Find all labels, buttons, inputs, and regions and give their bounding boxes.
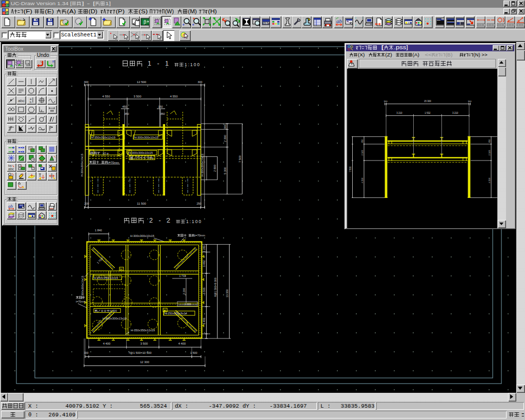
- svg-text:2 320: 2 320: [361, 150, 364, 155]
- svg-text:φ: φ: [107, 152, 109, 155]
- svg-text:U: U: [41, 60, 43, 63]
- svg-text:2 320: 2 320: [488, 150, 491, 155]
- svg-text:<<: <<: [425, 53, 432, 57]
- svg-text:2 000: 2 000: [185, 303, 191, 306]
- svg-text:2 - 2: 2 - 2: [149, 217, 172, 224]
- svg-text:1 532: 1 532: [425, 112, 431, 114]
- svg-text:300: 300: [468, 100, 472, 103]
- svg-text:b: b: [30, 101, 32, 104]
- svg-text:3 493: 3 493: [203, 317, 206, 324]
- svg-text:300: 300: [384, 100, 388, 103]
- svg-text:2 800: 2 800: [213, 165, 216, 172]
- svg-text:1 - 1: 1 - 1: [148, 60, 171, 67]
- svg-text:1 263: 1 263: [203, 245, 206, 252]
- svg-text:3 500: 3 500: [140, 342, 148, 345]
- svg-text:H-350x350x12x19: H-350x350x12x19: [91, 136, 115, 139]
- svg-text:4 150: 4 150: [488, 177, 491, 183]
- svg-text:t=70mm: t=70mm: [195, 234, 205, 237]
- svg-text:200: 200: [84, 202, 89, 205]
- svg-text:1 750: 1 750: [96, 257, 104, 265]
- svg-text:H-300x300x10x15: H-300x300x10x15: [80, 154, 84, 177]
- svg-text:150: 150: [158, 105, 163, 108]
- svg-text:3 492: 3 492: [203, 260, 206, 267]
- svg-text:7@1 500=10 500: 7@1 500=10 500: [129, 351, 152, 354]
- svg-text:1 500: 1 500: [190, 351, 197, 354]
- svg-text:3 505: 3 505: [203, 287, 206, 294]
- svg-text:1:100: 1:100: [185, 62, 200, 67]
- svg-text:t=70mm: t=70mm: [108, 161, 119, 164]
- svg-text:H-350x350x12x19: H-350x350x12x19: [131, 329, 155, 332]
- svg-text:350: 350: [160, 112, 165, 115]
- svg-text:H-300x300x10x15: H-300x300x10x15: [129, 151, 153, 154]
- svg-text:3 210: 3 210: [452, 112, 458, 114]
- svg-text:22φ: 22φ: [149, 156, 154, 159]
- svg-text:12 300: 12 300: [140, 361, 149, 364]
- svg-text:[: [: [381, 45, 384, 50]
- svg-text:(Z): (Z): [385, 53, 392, 57]
- svg-text:H-300x300x10x15: H-300x300x10x15: [201, 154, 204, 177]
- svg-text:H-300: H-300: [110, 309, 117, 312]
- svg-text:(B): (B): [446, 53, 453, 57]
- svg-text:5 300: 5 300: [224, 167, 227, 174]
- svg-text:R: R: [52, 60, 54, 63]
- svg-text:H-300x300x10x15: H-300x300x10x15: [130, 234, 154, 237]
- svg-text:13 350: 13 350: [226, 289, 229, 297]
- svg-text:4 400: 4 400: [178, 342, 186, 345]
- svg-text:12 500: 12 500: [137, 81, 147, 84]
- svg-text:2 200: 2 200: [183, 288, 186, 294]
- svg-text:4 150: 4 150: [361, 177, 364, 183]
- svg-text:3 210: 3 210: [396, 112, 402, 114]
- svg-text:850: 850: [361, 139, 364, 143]
- svg-text:abc: abc: [8, 167, 14, 171]
- svg-text:300: 300: [197, 81, 202, 84]
- svg-text:t=70mm: t=70mm: [76, 300, 86, 303]
- svg-text:ab: ab: [8, 204, 13, 209]
- svg-text:300: 300: [84, 351, 89, 354]
- svg-text:3 500: 3 500: [133, 95, 142, 98]
- svg-text:4 400: 4 400: [103, 342, 111, 345]
- svg-text:(N) >>: (N) >>: [473, 53, 487, 57]
- svg-text:15 300: 15 300: [424, 100, 431, 103]
- svg-text:H-300x300x13x19: H-300x300x13x19: [103, 317, 127, 320]
- svg-text:350: 350: [124, 112, 129, 115]
- svg-text:2 300: 2 300: [224, 135, 227, 142]
- svg-text:abc: abc: [18, 98, 25, 103]
- svg-text:1 733: 1 733: [179, 274, 186, 277]
- svg-text:6@1 500=9 000: 6@1 500=9 000: [214, 277, 217, 296]
- svg-text:H-250x250x9x14: H-250x250x9x14: [165, 312, 188, 315]
- svg-text:H-350x350x12x19: H-350x350x12x19: [94, 276, 118, 279]
- svg-text:22: 22: [103, 152, 106, 155]
- svg-text:850: 850: [488, 139, 491, 143]
- svg-text::: :: [520, 411, 525, 417]
- svg-text:H-300x300x10x15: H-300x300x10x15: [134, 136, 158, 139]
- svg-text:4 550: 4 550: [102, 95, 110, 98]
- svg-text:7 500: 7 500: [349, 166, 352, 172]
- svg-text:(X): (X): [358, 53, 365, 57]
- svg-text:450: 450: [122, 105, 127, 108]
- svg-text:300: 300: [84, 81, 88, 84]
- svg-text:250: 250: [196, 202, 201, 205]
- svg-text:11 500: 11 500: [137, 202, 147, 205]
- svg-text:300: 300: [224, 124, 227, 129]
- svg-text:.pss]: .pss]: [394, 45, 408, 50]
- svg-text:1:100: 1:100: [186, 219, 202, 224]
- svg-text:H-300x300x10x15: H-300x300x10x15: [81, 276, 84, 299]
- svg-text:7 500: 7 500: [238, 155, 241, 163]
- svg-text:1 840: 1 840: [95, 229, 102, 232]
- svg-text:(A): (A): [412, 53, 419, 57]
- svg-text:4 550: 4 550: [170, 95, 178, 98]
